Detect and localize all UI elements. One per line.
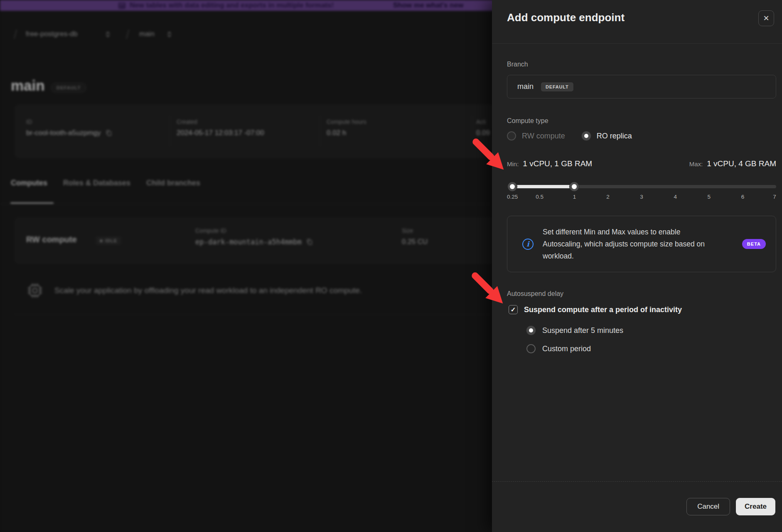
default-badge: DEFAULT	[541, 82, 573, 91]
min-label: Min:	[507, 160, 519, 167]
radio-icon[interactable]	[526, 326, 536, 335]
tick-label: 5	[708, 194, 711, 200]
max-label: Max:	[689, 160, 703, 167]
annotation-arrow-autosuspend	[470, 270, 505, 306]
compute-type-options: RW compute RO replica	[507, 131, 632, 140]
autosuspend-label: Autosuspend delay	[507, 290, 563, 298]
close-button[interactable]: ✕	[758, 10, 774, 26]
branch-display-box: main DEFAULT	[507, 75, 776, 99]
close-icon: ✕	[763, 14, 769, 23]
radio-ro-replica[interactable]: RO replica	[582, 131, 632, 140]
tick-label: 1	[573, 194, 576, 200]
beta-badge: BETA	[742, 239, 766, 249]
min-value: 1 vCPU, 1 GB RAM	[523, 159, 592, 168]
radio-icon[interactable]	[507, 131, 516, 140]
suspend-checkbox-label: Suspend compute after a period of inacti…	[524, 305, 682, 314]
annotation-arrow-min-size	[470, 136, 506, 172]
add-compute-endpoint-drawer: Add compute endpoint ✕ Branch main DEFAU…	[492, 0, 782, 532]
size-minmax-row: Min: 1 vCPU, 1 GB RAM Max: 1 vCPU, 4 GB …	[507, 159, 776, 168]
compute-size-slider[interactable]	[509, 182, 776, 192]
tick-label: 0.5	[536, 194, 543, 200]
branch-name: main	[517, 82, 534, 91]
drawer-title: Add compute endpoint	[507, 11, 625, 24]
radio-icon[interactable]	[582, 131, 591, 140]
create-button[interactable]: Create	[736, 498, 775, 515]
autoscaling-note: Set different Min and Max values to enab…	[543, 226, 706, 262]
tick-label: 0.25	[507, 194, 518, 200]
tick-label: 7	[773, 194, 776, 200]
tick-label: 6	[741, 194, 745, 200]
slider-tick-labels: 0.25 0.5 1 2 3 4 5 6 7	[509, 194, 776, 202]
tick-label: 2	[606, 194, 610, 200]
min-size: Min: 1 vCPU, 1 GB RAM	[507, 159, 592, 168]
suspend-checkbox-row[interactable]: ✓ Suspend compute after a period of inac…	[509, 305, 682, 314]
max-size: Max: 1 vCPU, 4 GB RAM	[689, 159, 776, 168]
drawer-footer-divider	[492, 481, 782, 482]
cancel-button[interactable]: Cancel	[686, 498, 730, 515]
radio-suspend-5-minutes[interactable]: Suspend after 5 minutes	[526, 326, 623, 335]
drawer-header-divider	[492, 43, 782, 44]
max-value: 1 vCPU, 4 GB RAM	[707, 159, 776, 168]
slider-handle-min[interactable]	[508, 182, 517, 191]
app-window: New tables with data editing and exports…	[0, 0, 782, 532]
checkbox-checked-icon[interactable]: ✓	[509, 305, 518, 314]
autoscaling-info-box: i Set different Min and Max values to en…	[507, 216, 776, 272]
radio-rw-compute[interactable]: RW compute	[507, 131, 565, 140]
tick-label: 3	[640, 194, 643, 200]
drawer-footer: Cancel Create	[686, 498, 775, 515]
slider-handle-max[interactable]	[570, 182, 579, 191]
branch-label: Branch	[507, 61, 528, 68]
slider-fill	[512, 185, 574, 188]
info-icon: i	[522, 239, 534, 250]
radio-icon[interactable]	[526, 344, 536, 353]
tick-label: 4	[674, 194, 677, 200]
compute-type-label: Compute type	[507, 117, 548, 125]
radio-custom-period[interactable]: Custom period	[526, 344, 591, 353]
